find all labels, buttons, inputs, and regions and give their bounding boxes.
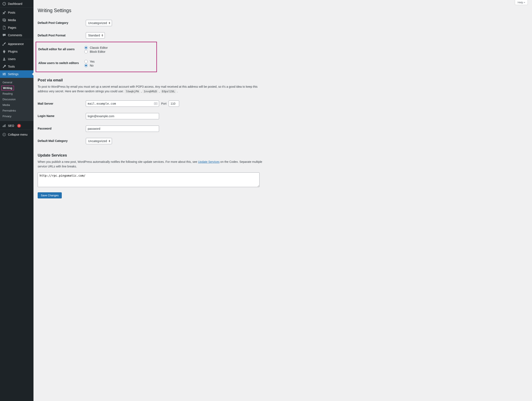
sidebar-item-comments[interactable]: Comments [0, 32, 33, 39]
default-post-category-label: Default Post Category [38, 17, 84, 29]
svg-rect-2 [4, 125, 4, 127]
desc-text: When you publish a new post, WordPress a… [38, 160, 198, 164]
default-mail-category-select[interactable]: Uncategorized [86, 138, 112, 144]
save-changes-button[interactable]: Save Changes [38, 192, 62, 198]
allow-switch-yes-radio[interactable]: Yes [84, 60, 95, 63]
admin-sidebar: Dashboard Posts Media [0, 0, 33, 401]
submenu-discussion[interactable]: Discussion [0, 96, 33, 102]
password-input[interactable] [86, 126, 159, 132]
random-string-1: lUwqkjPA [125, 89, 140, 93]
pin-icon [2, 11, 6, 15]
default-post-category-select[interactable]: Uncategorized [86, 20, 112, 26]
radio-label: Block Editor [90, 50, 106, 53]
pages-icon [2, 25, 6, 30]
sidebar-item-label: Users [8, 57, 16, 61]
sidebar-item-pages[interactable]: Pages [0, 24, 33, 32]
random-string-2: 1nvqhMzD [143, 89, 158, 93]
login-name-label: Login Name [38, 110, 84, 122]
update-services-link[interactable]: Update Services [198, 160, 220, 164]
submenu-media[interactable]: Media [0, 102, 33, 108]
update-services-heading: Update Services [38, 153, 528, 158]
update-services-textarea[interactable] [38, 172, 260, 187]
user-icon [2, 57, 6, 61]
help-tab[interactable]: Help [515, 0, 528, 5]
svg-rect-1 [3, 126, 3, 127]
port-input[interactable] [169, 101, 179, 107]
sidebar-item-dashboard[interactable]: Dashboard [0, 0, 33, 7]
sliders-icon [2, 72, 6, 76]
default-mail-category-label: Default Mail Category [38, 135, 84, 147]
radio-input[interactable] [84, 46, 88, 49]
submenu-reading[interactable]: Reading [0, 91, 33, 96]
mail-server-input[interactable] [86, 101, 159, 107]
sidebar-item-label: Media [8, 18, 16, 22]
post-via-email-heading: Post via email [38, 78, 528, 83]
sidebar-item-label: Plugins [8, 50, 18, 53]
sidebar-item-label: Comments [8, 33, 22, 37]
submenu-writing[interactable]: Writing [1, 86, 14, 90]
random-string-3: EOpslZdL [160, 89, 176, 93]
comments-icon [2, 33, 6, 37]
radio-input[interactable] [84, 60, 88, 63]
radio-input[interactable] [84, 64, 88, 67]
svg-point-0 [4, 58, 5, 59]
allow-switch-label: Allow users to switch editors [36, 57, 82, 71]
help-tab-label: Help [518, 1, 523, 4]
mail-server-label: Mail Server [38, 97, 84, 110]
sidebar-item-tools[interactable]: Tools [0, 63, 33, 70]
update-services-desc: When you publish a new post, WordPress a… [38, 160, 264, 169]
radio-input[interactable] [84, 50, 88, 53]
default-editor-block-radio[interactable]: Block Editor [84, 50, 106, 53]
wrench-icon [2, 64, 6, 69]
media-icon [2, 18, 6, 22]
sidebar-item-label: Posts [8, 11, 15, 14]
sidebar-collapse[interactable]: Collapse menu [0, 131, 33, 138]
radio-label: Classic Editor [90, 46, 108, 49]
sidebar-item-settings[interactable]: Settings [0, 70, 33, 78]
sidebar-item-label: Collapse menu [8, 133, 27, 136]
submenu-general[interactable]: General [0, 80, 33, 85]
page-title: Writing Settings [38, 6, 528, 17]
editor-settings-highlight: Default editor for all users Classic Edi… [36, 42, 157, 72]
radio-label: No [90, 64, 94, 67]
sidebar-item-label: Appearance [8, 42, 24, 46]
desc-text: . [177, 89, 178, 93]
content-area: Help Writing Settings Default Post Categ… [33, 0, 532, 401]
plug-icon [2, 49, 6, 54]
post-via-email-desc: To post to WordPress by email you must s… [38, 84, 264, 94]
settings-submenu: General Writing Reading Discussion Media… [0, 78, 33, 121]
sidebar-item-label: Settings [8, 72, 19, 76]
sidebar-item-label: Tools [8, 65, 15, 69]
seo-badge: 3 [17, 124, 21, 128]
seo-icon [2, 124, 6, 128]
default-post-format-select[interactable]: Standard [86, 32, 105, 38]
submenu-permalinks[interactable]: Permalinks [0, 108, 33, 114]
sidebar-item-appearance[interactable]: Appearance [0, 40, 33, 48]
sidebar-item-media[interactable]: Media [0, 16, 33, 24]
port-label: Port [161, 102, 167, 105]
sidebar-item-label: Dashboard [8, 2, 22, 6]
sidebar-item-label: SEO [8, 124, 14, 128]
default-post-format-label: Default Post Format [38, 29, 84, 42]
password-label: Password [38, 122, 84, 135]
brush-icon [2, 42, 6, 46]
submenu-privacy[interactable]: Privacy [0, 114, 33, 119]
sidebar-item-plugins[interactable]: Plugins [0, 48, 33, 55]
svg-rect-3 [5, 124, 6, 127]
svg-point-4 [3, 133, 6, 136]
dashboard-icon [2, 2, 6, 6]
sidebar-item-label: Pages [8, 26, 16, 30]
sidebar-item-posts[interactable]: Posts [0, 9, 33, 16]
allow-switch-no-radio[interactable]: No [84, 64, 94, 67]
sidebar-item-users[interactable]: Users [0, 55, 33, 63]
default-editor-label: Default editor for all users [36, 43, 82, 57]
default-editor-classic-radio[interactable]: Classic Editor [84, 46, 108, 49]
radio-label: Yes [90, 60, 95, 63]
login-name-input[interactable] [86, 113, 159, 119]
collapse-icon [2, 133, 6, 137]
contact-card-icon [154, 102, 157, 105]
sidebar-item-seo[interactable]: SEO 3 [0, 122, 33, 130]
